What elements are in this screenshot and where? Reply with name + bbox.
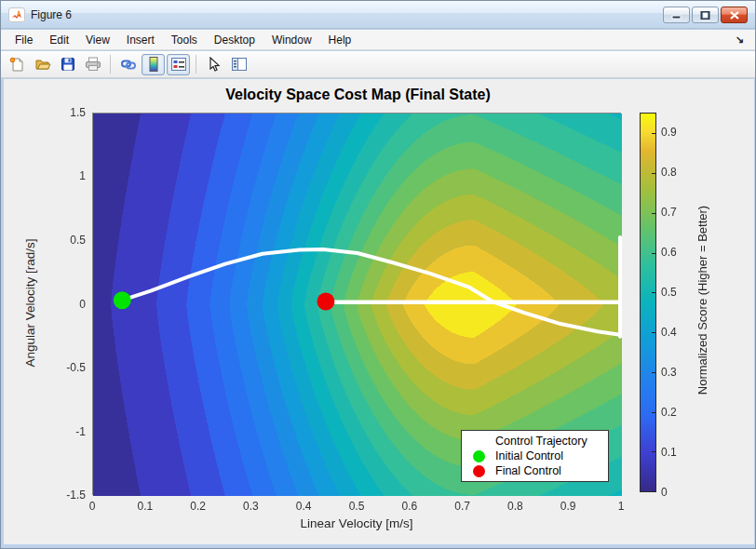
minimize-button[interactable] — [663, 7, 690, 23]
insert-legend-button[interactable] — [167, 54, 190, 75]
final-control-marker — [317, 293, 334, 311]
colorbar-tick-mark — [652, 451, 655, 452]
plot-browser-icon — [231, 57, 248, 72]
x-tick-label: 0.7 — [454, 500, 470, 513]
colorbar-tick-label: 0.5 — [661, 286, 677, 299]
colorbar-tick-label: 0.4 — [661, 326, 677, 339]
new-figure-icon — [9, 57, 25, 73]
y-tick-label: -1 — [75, 425, 86, 438]
figure-canvas: Velocity Space Cost Map (Final State) 00… — [4, 79, 754, 544]
colorbar-tick-label: 0.9 — [661, 126, 677, 139]
menu-tools[interactable]: Tools — [163, 32, 206, 48]
colorbar-tick-mark — [652, 213, 655, 214]
menu-bar: File Edit View Insert Tools Desktop Wind… — [1, 30, 755, 50]
matlab-icon — [8, 7, 25, 22]
insert-colorbar-button[interactable] — [142, 54, 165, 75]
print-icon — [85, 57, 101, 72]
x-tick-label: 0.8 — [507, 500, 523, 513]
colorbar-label: Normalized Score (Higher = Better) — [695, 184, 709, 417]
y-tick-label: -0.5 — [66, 361, 86, 374]
save-icon — [61, 57, 75, 72]
control-trajectory-line — [122, 249, 620, 335]
y-tick-label: 0.5 — [70, 234, 86, 247]
colorbar-tick-label: 0 — [661, 486, 668, 499]
edit-plot-button[interactable] — [202, 54, 225, 75]
legend-entry: Control Trajectory — [462, 434, 608, 449]
menu-desktop[interactable]: Desktop — [206, 32, 263, 48]
toolbar-separator — [196, 55, 196, 74]
legend-entry: Final Control — [462, 463, 608, 478]
menu-view[interactable]: View — [77, 32, 118, 48]
x-tick-label: 0.4 — [296, 500, 312, 513]
legend-entry: Initial Control — [462, 449, 608, 463]
menu-edit[interactable]: Edit — [41, 32, 77, 48]
colorbar-tick-label: 0.8 — [661, 166, 677, 179]
legend-icon — [170, 57, 187, 72]
legend-line-swatch — [466, 440, 491, 443]
y-tick-label: 0 — [79, 298, 86, 311]
figure-window: Figure 6 File Edit View Insert Tools Des… — [0, 0, 756, 549]
colorbar[interactable] — [640, 113, 656, 492]
colorbar-tick-mark — [652, 253, 655, 254]
legend-marker-swatch — [473, 450, 485, 462]
link-icon — [120, 57, 137, 72]
title-bar[interactable]: Figure 6 — [1, 1, 755, 29]
maximize-button[interactable] — [692, 7, 719, 23]
plot-browser-button[interactable] — [227, 54, 250, 75]
toolbar-separator — [110, 55, 111, 74]
new-figure-button[interactable] — [6, 54, 29, 75]
x-tick-label: 0.3 — [243, 500, 259, 513]
print-figure-button[interactable] — [81, 54, 104, 75]
link-plot-button[interactable] — [116, 54, 140, 75]
colorbar-tick-mark — [652, 412, 655, 413]
x-tick-label: 0 — [89, 500, 96, 513]
menu-insert[interactable]: Insert — [118, 32, 163, 48]
plot-title: Velocity Space Cost Map (Final State) — [92, 87, 624, 103]
menu-help[interactable]: Help — [320, 32, 360, 48]
legend-entry-label: Control Trajectory — [495, 435, 587, 448]
x-tick-label: 0.9 — [560, 500, 576, 513]
close-button[interactable] — [721, 7, 748, 23]
y-tick-label: -1.5 — [66, 489, 86, 502]
colorbar-tick-mark — [652, 372, 655, 373]
y-tick-label: 1.5 — [70, 106, 86, 119]
colorbar-tick-label: 0.1 — [661, 446, 677, 459]
x-axis-label: Linear Velocity [m/s] — [92, 516, 621, 530]
colorbar-tick-mark — [652, 173, 655, 174]
figure-toolbar — [1, 51, 755, 78]
initial-control-marker — [114, 291, 131, 309]
x-axis-ticks: 00.10.20.30.40.50.60.70.80.91 — [92, 500, 621, 513]
open-folder-icon — [34, 57, 51, 73]
cursor-arrow-icon — [208, 57, 221, 73]
colorbar-tick-label: 0.7 — [661, 206, 677, 219]
colorbar-tick-label: 0.2 — [661, 406, 677, 419]
open-file-button[interactable] — [31, 54, 54, 75]
colorbar-icon — [147, 56, 160, 73]
colorbar-tick-mark — [652, 292, 655, 293]
colorbar-tick-mark — [652, 133, 655, 134]
legend-entry-label: Initial Control — [495, 449, 563, 462]
x-tick-label: 1 — [618, 500, 625, 513]
colorbar-tick-mark — [652, 491, 655, 492]
x-tick-label: 0.2 — [190, 500, 206, 513]
colorbar-tick-label: 0.6 — [661, 246, 677, 259]
colorbar-ticks: 00.10.20.30.40.50.60.70.80.9 — [661, 113, 689, 492]
menu-window[interactable]: Window — [263, 32, 320, 48]
x-tick-label: 0.5 — [349, 500, 365, 513]
legend-entry-label: Final Control — [495, 464, 561, 477]
save-figure-button[interactable] — [56, 54, 79, 75]
x-tick-label: 0.6 — [401, 500, 417, 513]
dock-figure-icon[interactable]: ↘ — [736, 33, 744, 46]
x-tick-label: 0.1 — [137, 500, 153, 513]
window-title: Figure 6 — [31, 8, 72, 21]
legend[interactable]: Control TrajectoryInitial ControlFinal C… — [461, 430, 609, 482]
y-tick-label: 1 — [79, 169, 86, 182]
y-axis-label: Angular Velocity [rad/s] — [23, 220, 37, 387]
colorbar-tick-label: 0.3 — [661, 366, 677, 379]
legend-marker-swatch — [473, 465, 485, 477]
colorbar-tick-mark — [652, 332, 655, 333]
y-axis-ticks: 1.510.50-0.5-1-1.5 — [52, 113, 89, 495]
menu-file[interactable]: File — [7, 32, 41, 48]
